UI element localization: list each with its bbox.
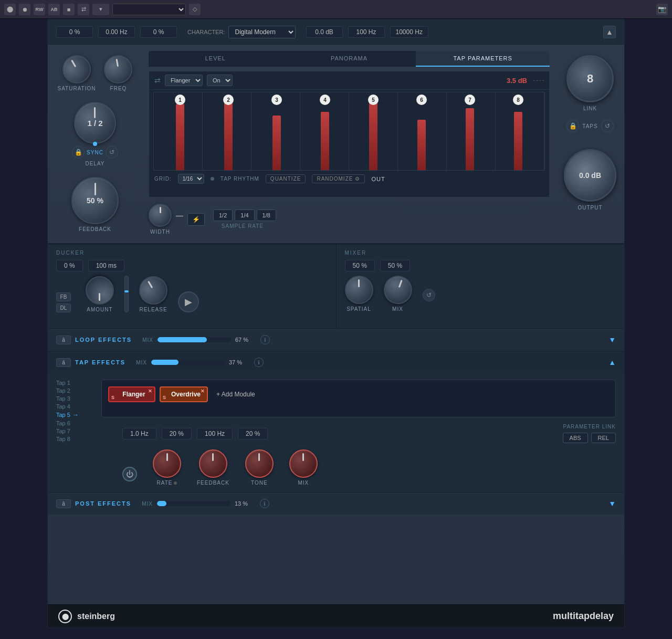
character-select[interactable]: Digital Modern [228,26,296,38]
delay-lock-icon[interactable]: 🔒 [72,146,85,159]
overdrive-close-icon[interactable]: ✕ [201,389,205,394]
randomize-button[interactable]: RANDOMIZE ⚙ [312,174,365,183]
feedback-effect-knob[interactable] [199,449,227,478]
dl-button[interactable]: DL [56,303,71,312]
track-select[interactable] [112,4,186,15]
tap-list-item-4[interactable]: Tap 4 [56,403,93,410]
loop-collapse-icon[interactable]: ▼ [608,336,616,344]
ducker-release-box[interactable]: 100 ms [88,260,124,271]
tap-grid[interactable]: 1 2 3 4 [153,92,545,171]
flanger-close-icon[interactable]: ✕ [148,389,152,394]
tap-list-item-8[interactable]: Tap 8 [56,436,93,442]
sr-btn-half[interactable]: 1/2 [213,209,233,221]
freq-knob[interactable] [102,53,135,86]
tab-panorama[interactable]: PANORAMA [282,51,416,67]
grid-select[interactable]: 1/16 [178,174,204,184]
post-info-icon[interactable]: ℹ [260,499,269,508]
tap-list-item-7[interactable]: Tap 7 [56,428,93,434]
tap-mix-bar[interactable] [151,360,225,365]
tap-list-item-6[interactable]: Tap 6 [56,420,93,426]
param4-box[interactable]: 0.0 dB [306,26,343,38]
dropdown-icon[interactable]: ▾ [92,4,109,15]
amount-knob[interactable] [86,276,114,305]
param2-box[interactable]: 0.00 Hz [98,26,135,38]
taps-lock-icon[interactable]: 🔒 [566,120,579,132]
param1-box[interactable]: 0 % [56,26,93,38]
taps-knob[interactable]: 8 [566,55,614,102]
tap-bar-6[interactable]: 6 [397,92,446,170]
tap-bar-3[interactable]: 3 [253,92,301,170]
tap-collapse-icon[interactable]: ▲ [608,358,616,366]
overdrive-module[interactable]: ✕ S Overdrive [160,386,208,402]
expand-button[interactable]: ▲ [603,26,616,38]
tap-list-item-5[interactable]: Tap 5 → [56,411,93,418]
play-button[interactable]: ▶ [178,291,199,312]
tap-effects-header[interactable]: ā TAP EFFECTS MIX 37 % ℹ ▲ [48,351,624,373]
param6-box[interactable]: 10000 Hz [390,26,428,38]
release-knob[interactable] [134,271,173,310]
param3-box[interactable]: 0 % [140,26,177,38]
post-collapse-icon[interactable]: ▼ [608,499,616,508]
loop-mix-bar[interactable] [158,337,231,342]
mix-knob[interactable] [380,271,416,308]
tap-bar-8[interactable]: 8 [494,92,542,170]
feedback-knob[interactable]: 50 % [71,177,119,224]
quantize-button[interactable]: QUANTIZE [266,174,306,183]
tap-info-icon[interactable]: ℹ [254,358,264,367]
tone-knob[interactable] [245,449,274,478]
mixer-spatial-box[interactable]: 50 % [345,260,375,271]
abs-button[interactable]: ABS [563,433,588,443]
record-icon[interactable]: ⏺ [19,4,30,15]
taps-refresh-icon[interactable]: ↺ [601,120,614,132]
spatial-knob[interactable] [345,276,373,304]
camera-icon[interactable]: 📷 [656,4,668,15]
tab-tap-parameters[interactable]: TAP PARAMETERS [416,51,550,67]
tap-list-item-2[interactable]: Tap 2 [56,387,93,394]
tap-bar-2[interactable]: 2 [204,92,253,170]
loop-effects-toggle[interactable]: ā [56,336,71,344]
swap-icon[interactable]: ⇄ [154,76,161,85]
param-tone-box[interactable]: 100 Hz [197,428,233,439]
system-icon[interactable]: ⬤ [4,4,16,15]
add-module-button[interactable]: + Add Module [212,387,259,401]
ducker-amount-box[interactable]: 0 % [56,260,83,271]
param5-box[interactable]: 100 Hz [348,26,385,38]
loop-info-icon[interactable]: ℹ [260,335,270,344]
mixer-mix-box[interactable]: 50 % [380,260,410,271]
output-knob[interactable]: 0.0 dB [564,149,616,202]
rel-button[interactable]: REL [591,433,616,443]
power-button[interactable]: ⏻ [122,467,137,481]
tap-bar-1[interactable]: 1 [156,92,204,170]
fb-button[interactable]: FB [56,292,71,301]
on-select[interactable]: On [207,75,233,86]
mix-link-icon[interactable]: ↺ [423,289,435,301]
tap-list-item-1[interactable]: Tap 1 [56,380,93,386]
ducker-slider[interactable] [124,276,129,312]
square-icon[interactable]: ■ [63,4,75,15]
post-effects-header[interactable]: ā POST EFFECTS MIX 13 % ℹ ▼ [48,493,624,515]
delay-knob[interactable]: 1 / 2 [74,102,116,144]
width-knob[interactable] [149,204,172,227]
tap-bar-4[interactable]: 4 [301,92,349,170]
mix-effect-knob[interactable] [289,449,318,478]
post-effects-toggle[interactable]: ā [56,499,71,508]
diamond-icon[interactable]: ◇ [189,4,201,15]
tap-effects-toggle[interactable]: ā [56,358,71,367]
sr-btn-eighth[interactable]: 1/8 [257,209,276,221]
loop-effects-header[interactable]: ā LOOP EFFECTS MIX 67 % ℹ ▼ [48,329,624,351]
param-feedback-box[interactable]: 20 % [162,428,192,439]
tap-list-item-3[interactable]: Tap 3 [56,395,93,402]
lightning-button[interactable]: ⚡ [187,213,205,226]
sr-btn-quarter[interactable]: 1/4 [235,209,254,221]
post-mix-bar[interactable] [157,501,230,506]
saturation-knob[interactable] [57,50,96,89]
flanger-module[interactable]: ✕ S Flanger [108,386,155,402]
rate-knob[interactable] [153,449,181,478]
effect-select[interactable]: Flanger [165,75,203,86]
delay-refresh-icon[interactable]: ↺ [106,146,118,159]
rw-icon[interactable]: RW [34,4,45,15]
param-mix-box[interactable]: 20 % [238,428,268,439]
tab-level[interactable]: LEVEL [149,51,282,67]
ab-icon[interactable]: AB [48,4,60,15]
arrow-icon[interactable]: ⇄ [78,4,89,15]
